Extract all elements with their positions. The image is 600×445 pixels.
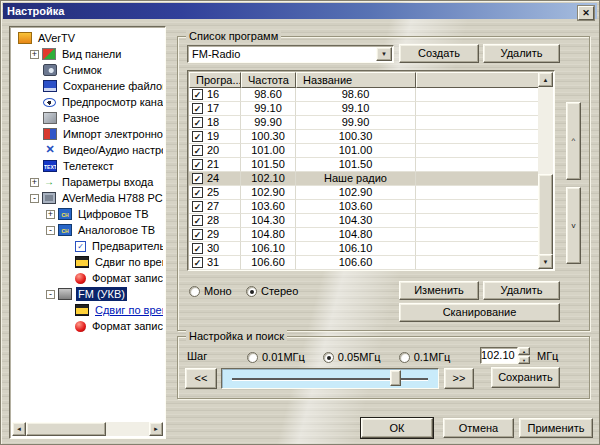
expand-icon[interactable]: + xyxy=(30,50,39,59)
spin-down-icon[interactable]: ▼ xyxy=(518,356,530,364)
tree-item[interactable]: Снимок xyxy=(12,62,163,78)
move-up-button[interactable]: ^ xyxy=(566,102,581,180)
checkbox-icon[interactable]: ✓ xyxy=(192,131,203,142)
collapse-icon[interactable]: - xyxy=(30,194,39,203)
tree-item[interactable]: +Вид панели xyxy=(12,46,163,62)
tree-item[interactable]: Сохранение файлов xyxy=(12,78,163,94)
table-row[interactable]: ✓21101.50101.50 xyxy=(189,158,540,172)
table-row[interactable]: ✓1799.1099.10 xyxy=(189,102,540,116)
checkbox-icon[interactable]: ✓ xyxy=(192,103,203,114)
checkbox-icon[interactable]: ✓ xyxy=(192,89,203,100)
table-row[interactable]: ✓28104.30104.30 xyxy=(189,214,540,228)
table-row[interactable]: ✓30106.10106.10 xyxy=(189,242,540,256)
column-header[interactable]: Название xyxy=(296,72,416,88)
table-row[interactable]: ✓20101.00101.00 xyxy=(189,144,540,158)
checkbox-icon[interactable]: ✓ xyxy=(192,173,203,184)
table-body[interactable]: ✓1698.6098.60✓1799.1099.10✓1899.9099.90✓… xyxy=(189,88,540,269)
table-row[interactable]: ✓24102.10Наше радио xyxy=(189,172,540,186)
mono-radio[interactable]: Моно xyxy=(189,284,232,298)
scroll-thumb[interactable] xyxy=(26,422,106,436)
checkbox-icon[interactable]: ✓ xyxy=(192,229,203,240)
radio-circle-icon[interactable] xyxy=(247,352,258,363)
delete-program-button[interactable]: Удалить xyxy=(483,281,560,300)
step-radio[interactable]: 0.05МГц xyxy=(323,350,381,364)
slider-thumb[interactable] xyxy=(390,370,401,386)
apply-button[interactable]: Применить xyxy=(519,418,593,438)
stereo-radio[interactable]: Стерео xyxy=(246,284,298,298)
checkbox-icon[interactable]: ✓ xyxy=(192,187,203,198)
cancel-button[interactable]: Отмена xyxy=(443,418,514,438)
move-down-button[interactable]: v xyxy=(566,187,581,264)
tree-item[interactable]: Сдвиг по времени xyxy=(12,302,163,318)
table-vertical-scrollbar[interactable]: ▲ ▼ xyxy=(538,72,553,269)
tree-item[interactable]: +→Параметры входа xyxy=(12,174,163,190)
tree-item[interactable]: Формат записи xyxy=(12,318,163,334)
table-row[interactable]: ✓27103.60103.60 xyxy=(189,200,540,214)
column-header[interactable]: Частота xyxy=(241,72,296,88)
spin-up-icon[interactable]: ▲ xyxy=(518,347,530,355)
frequency-field[interactable]: 102.10 xyxy=(480,347,518,364)
checkbox-icon[interactable]: ✓ xyxy=(192,257,203,268)
tree-item[interactable]: -FM (УКВ) xyxy=(12,286,163,302)
scroll-up-icon[interactable]: ▲ xyxy=(538,72,553,87)
save-button[interactable]: Сохранить xyxy=(491,367,560,388)
scroll-thumb[interactable] xyxy=(538,174,553,257)
tree-item[interactable]: ✓Предварительный xyxy=(12,238,163,254)
radio-circle-icon[interactable] xyxy=(399,352,410,363)
step-radio[interactable]: 0.1МГц xyxy=(399,350,451,364)
checkbox-icon[interactable]: ✓ xyxy=(192,159,203,170)
table-row[interactable]: ✓19100.30100.30 xyxy=(189,130,540,144)
frequency-slider[interactable] xyxy=(221,368,439,389)
expand-icon[interactable]: + xyxy=(46,210,55,219)
create-button[interactable]: Создать xyxy=(399,44,479,63)
scroll-down-icon[interactable]: ▼ xyxy=(538,254,553,269)
table-row[interactable]: ✓29104.80104.80 xyxy=(189,228,540,242)
tree-horizontal-scrollbar[interactable]: ◄ ► xyxy=(12,422,163,436)
scroll-right-icon[interactable]: ► xyxy=(149,422,163,436)
table-row[interactable]: ✓1698.6098.60 xyxy=(189,88,540,102)
checkbox-icon[interactable]: ✓ xyxy=(192,243,203,254)
step-radio[interactable]: 0.01МГц xyxy=(247,350,305,364)
collapse-icon[interactable]: - xyxy=(46,226,55,235)
radio-circle-icon[interactable] xyxy=(323,352,334,363)
seek-forward-button[interactable]: >> xyxy=(444,368,474,389)
radio-circle-icon[interactable] xyxy=(246,286,257,297)
tree-item[interactable]: ✕Видео/Аудио настройки xyxy=(12,142,163,158)
scan-button[interactable]: Сканирование xyxy=(399,303,560,322)
tree-item[interactable]: Предпросмотр каналов xyxy=(12,94,163,110)
tree-item[interactable]: -CHАналоговое ТВ xyxy=(12,222,163,238)
fm-radio-icon xyxy=(58,288,72,300)
program-group-combobox[interactable]: FM-Radio ▼ xyxy=(187,45,394,63)
checkbox-icon[interactable]: ✓ xyxy=(192,201,203,212)
collapse-icon[interactable]: - xyxy=(46,290,55,299)
program-table[interactable]: Програ...ЧастотаНазвание ✓1698.6098.60✓1… xyxy=(187,70,555,271)
chevron-down-icon[interactable]: ▼ xyxy=(376,47,392,61)
checkbox-icon[interactable]: ✓ xyxy=(192,117,203,128)
tree-item[interactable]: -AVerMedia H788 PCIe Hybri xyxy=(12,190,163,206)
tree-item[interactable]: Формат записи xyxy=(12,270,163,286)
table-header[interactable]: Програ...ЧастотаНазвание xyxy=(189,72,540,88)
tree-item[interactable]: Разное xyxy=(12,110,163,126)
tree-item[interactable]: Сдвиг по времени xyxy=(12,254,163,270)
close-button[interactable]: ✕ xyxy=(578,6,594,20)
title-bar[interactable]: Настройка ✕ xyxy=(3,3,597,19)
table-row[interactable]: ✓1899.9099.90 xyxy=(189,116,540,130)
table-row[interactable]: ✓25102.90102.90 xyxy=(189,186,540,200)
tree-item[interactable]: TEXTТелетекст xyxy=(12,158,163,174)
tree-item[interactable]: +CHЦифровое ТВ xyxy=(12,206,163,222)
edit-button[interactable]: Изменить xyxy=(399,281,479,300)
tree-item[interactable]: Импорт электронной прог xyxy=(12,126,163,142)
scroll-left-icon[interactable]: ◄ xyxy=(12,422,26,436)
checkbox-icon[interactable]: ✓ xyxy=(192,145,203,156)
expand-icon[interactable]: + xyxy=(30,178,39,187)
seek-back-button[interactable]: << xyxy=(185,368,217,389)
column-header[interactable]: Програ... xyxy=(189,72,241,88)
radio-circle-icon[interactable] xyxy=(189,286,200,297)
table-row[interactable]: ✓31106.60106.60 xyxy=(189,256,540,270)
settings-tree[interactable]: AVerTV+Вид панелиСнимокСохранение файлов… xyxy=(9,26,166,439)
ok-button[interactable]: ОК xyxy=(361,418,433,438)
column-header[interactable] xyxy=(416,72,540,88)
checkbox-icon[interactable]: ✓ xyxy=(192,215,203,226)
tree-item[interactable]: AVerTV xyxy=(12,30,163,46)
delete-group-button[interactable]: Удалить xyxy=(483,44,560,63)
